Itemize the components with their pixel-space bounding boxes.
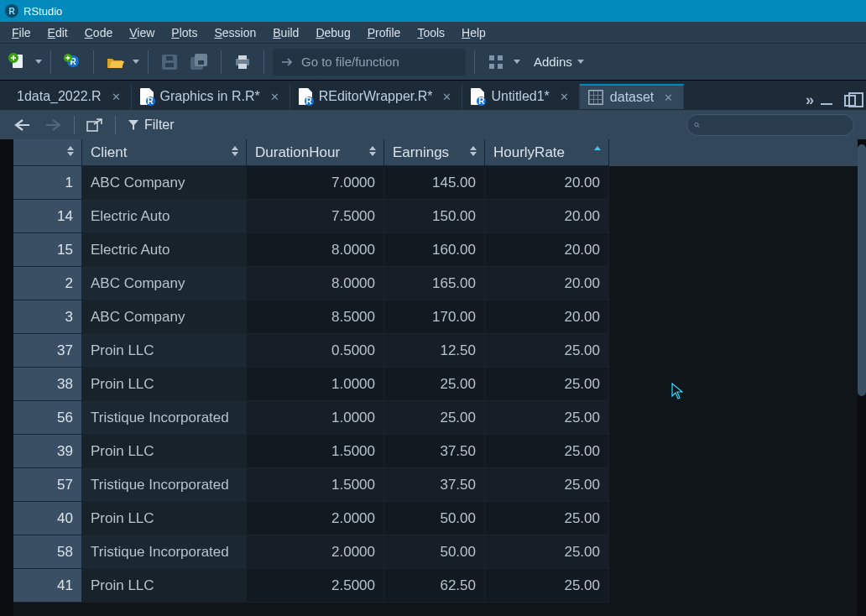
cell-client: Proin LLC: [82, 334, 247, 368]
cell-earnings: 12.50: [384, 334, 485, 368]
table-row[interactable]: 38Proin LLC1.000025.0025.00: [13, 368, 858, 401]
menu-help[interactable]: Help: [453, 24, 494, 41]
tab-label: Graphics in R.R*: [160, 89, 260, 104]
vertical-scrollbar[interactable]: [858, 144, 866, 396]
svg-rect-12: [238, 55, 247, 60]
cell-client: Proin LLC: [82, 502, 247, 535]
data-search-input[interactable]: [686, 114, 854, 136]
tab-graphics-in-r-r-[interactable]: Graphics in R.R*✕: [132, 84, 290, 109]
search-field[interactable]: [700, 118, 847, 132]
table-row[interactable]: 39Proin LLC1.500037.5025.00: [13, 435, 858, 468]
table-row[interactable]: 14Electric Auto7.5000150.0020.00: [13, 200, 858, 233]
cell-hourlyrate: 20.00: [485, 166, 609, 200]
menu-tools[interactable]: Tools: [409, 24, 453, 41]
sort-icon[interactable]: [368, 146, 377, 158]
cell-hourlyrate: 25.00: [485, 368, 609, 401]
column-header-DurationHour[interactable]: DurationHour: [247, 139, 384, 166]
sort-icon[interactable]: [469, 146, 477, 158]
new-file-button[interactable]: [5, 50, 30, 75]
new-file-dropdown-icon[interactable]: [35, 60, 42, 64]
save-button[interactable]: [157, 50, 182, 75]
cell-durationhour: 2.5000: [247, 569, 384, 603]
cell-durationhour: 7.5000: [247, 200, 384, 233]
pane-minimize-icon[interactable]: [821, 97, 832, 105]
cell-hourlyrate: 25.00: [485, 334, 609, 368]
goto-file-function-input[interactable]: Go to file/function: [273, 49, 466, 76]
cell-durationhour: 1.0000: [247, 401, 384, 435]
column-label: HourlyRate: [493, 144, 565, 161]
cell-earnings: 25.00: [384, 401, 485, 435]
close-tab-icon[interactable]: ✕: [442, 91, 451, 103]
table-row[interactable]: 57Tristique Incorporated1.500037.5025.00: [13, 468, 858, 502]
menu-build[interactable]: Build: [264, 24, 307, 41]
cell-hourlyrate: 20.00: [485, 200, 609, 233]
new-project-button[interactable]: R: [60, 50, 85, 75]
show-in-new-window-icon[interactable]: [86, 118, 103, 132]
menu-session[interactable]: Session: [206, 24, 264, 41]
pane-maximize-icon[interactable]: [844, 95, 856, 107]
table-row[interactable]: 56Tristique Incorporated1.000025.0025.00: [13, 401, 858, 435]
cell-durationhour: 0.5000: [247, 334, 384, 368]
close-tab-icon[interactable]: ✕: [270, 91, 279, 103]
nav-forward-icon[interactable]: [44, 118, 62, 132]
cell-index: 15: [13, 233, 82, 267]
column-header-Earnings[interactable]: Earnings: [384, 139, 485, 166]
pane-layout-dropdown-icon[interactable]: [514, 60, 520, 64]
table-row[interactable]: 15Electric Auto8.0000160.0020.00: [13, 233, 858, 267]
menu-code[interactable]: Code: [76, 24, 121, 41]
cell-index: 56: [13, 401, 82, 435]
addins-menu[interactable]: Addins: [534, 55, 584, 69]
column-label: Earnings: [393, 144, 449, 161]
tab-label: Untitled1*: [491, 89, 549, 104]
table-row[interactable]: 40Proin LLC2.000050.0025.00: [13, 502, 858, 535]
data-grid-icon: [588, 90, 603, 105]
sort-icon[interactable]: [593, 146, 602, 158]
nav-back-icon[interactable]: [13, 118, 32, 132]
open-recent-dropdown-icon[interactable]: [133, 60, 139, 64]
table-row[interactable]: 3ABC Company8.5000170.0020.00: [13, 300, 858, 334]
table-row[interactable]: 58Tristique Incorporated2.000050.0025.00: [13, 535, 858, 569]
open-file-button[interactable]: [102, 50, 128, 75]
cell-client: ABC Company: [82, 267, 247, 300]
close-tab-icon[interactable]: ✕: [560, 91, 569, 103]
pane-layout-button[interactable]: [483, 50, 509, 75]
menu-file[interactable]: File: [3, 24, 39, 41]
column-header-HourlyRate[interactable]: HourlyRate: [485, 139, 609, 166]
tab-reditorwrapper-r-[interactable]: REditorWrapper.R*✕: [290, 84, 463, 109]
menu-view[interactable]: View: [121, 24, 163, 41]
tab-untitled1-[interactable]: Untitled1*✕: [462, 84, 579, 109]
tabs-overflow-icon[interactable]: »: [806, 91, 809, 109]
table-row[interactable]: 37Proin LLC0.500012.5025.00: [13, 334, 858, 368]
cell-durationhour: 8.5000: [247, 300, 384, 334]
table-row[interactable]: 2ABC Company8.0000165.0020.00: [13, 267, 858, 300]
cell-earnings: 37.50: [384, 468, 485, 502]
column-header-idx[interactable]: [13, 139, 82, 166]
sort-icon[interactable]: [231, 146, 239, 158]
data-grid: ClientDurationHourEarningsHourlyRate 1AB…: [13, 139, 858, 616]
table-row[interactable]: 41Proin LLC2.500062.5025.00: [13, 569, 858, 603]
save-all-button[interactable]: [187, 50, 212, 75]
r-file-icon: [471, 88, 484, 105]
window-title: RStudio: [23, 5, 62, 18]
sort-icon[interactable]: [66, 146, 75, 158]
svg-point-15: [695, 123, 698, 126]
menu-debug[interactable]: Debug: [307, 24, 358, 41]
print-button[interactable]: [230, 50, 255, 75]
filter-button[interactable]: Filter: [128, 117, 175, 133]
cell-earnings: 145.00: [384, 166, 485, 200]
tab-dataset[interactable]: dataset✕: [580, 84, 684, 109]
tab-1data-2022-r[interactable]: 1data_2022.R✕: [8, 84, 132, 109]
cell-hourlyrate: 20.00: [485, 267, 609, 300]
cell-client: Proin LLC: [82, 569, 247, 603]
grid-header: ClientDurationHourEarningsHourlyRate: [13, 139, 858, 166]
menu-profile[interactable]: Profile: [359, 24, 410, 41]
table-row[interactable]: 1ABC Company7.0000145.0020.00: [13, 166, 858, 200]
menu-edit[interactable]: Edit: [39, 24, 76, 41]
cell-durationhour: 7.0000: [247, 166, 384, 200]
svg-rect-6: [165, 63, 174, 67]
column-header-Client[interactable]: Client: [82, 139, 247, 166]
close-tab-icon[interactable]: ✕: [664, 91, 673, 104]
close-tab-icon[interactable]: ✕: [112, 91, 121, 103]
menu-plots[interactable]: Plots: [163, 24, 206, 41]
cell-earnings: 50.00: [384, 502, 485, 535]
